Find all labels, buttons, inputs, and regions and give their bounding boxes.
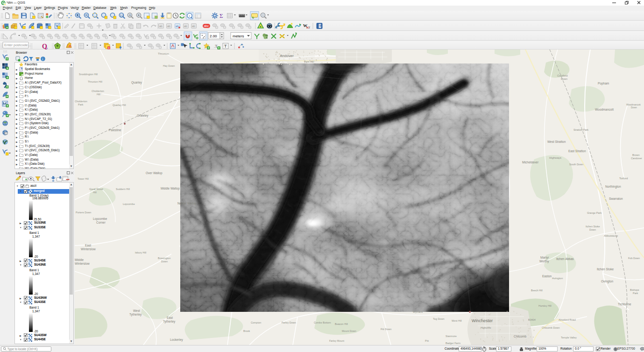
svg-text:Down: Down — [589, 228, 596, 231]
svg-text:Swarraton: Swarraton — [609, 197, 623, 200]
svg-text:Middle: Middle — [75, 258, 84, 261]
svg-text:B3404: B3404 — [528, 318, 536, 321]
svg-text:Farley Down: Farley Down — [282, 321, 296, 324]
svg-text:Itchen Abbas: Itchen Abbas — [556, 257, 574, 260]
svg-text:Highcliffe: Highcliffe — [481, 326, 491, 329]
svg-text:Winterslow: Winterslow — [75, 262, 90, 265]
svg-text:Teg Down: Teg Down — [433, 317, 444, 320]
svg-text:Hill: Hill — [93, 191, 97, 194]
svg-text:Avington: Avington — [552, 277, 563, 280]
svg-text:Great Wood: Great Wood — [89, 188, 103, 190]
svg-text:Hay Down: Hay Down — [163, 64, 175, 67]
svg-text:West: West — [133, 309, 140, 312]
svg-text:Down: Down — [161, 260, 168, 263]
svg-text:Stratton Park: Stratton Park — [573, 128, 588, 131]
svg-text:Woodmancott: Woodmancott — [595, 108, 614, 111]
svg-text:Winterslow: Winterslow — [81, 247, 96, 251]
svg-text:Lockerley: Lockerley — [170, 338, 184, 342]
svg-text:Winchester: Winchester — [472, 318, 493, 323]
svg-text:Bishops: Bishops — [630, 289, 639, 291]
svg-text:Candover: Candover — [631, 157, 642, 160]
svg-text:Cholderton: Cholderton — [92, 90, 104, 92]
svg-text:Corner: Corner — [96, 221, 106, 224]
svg-text:Park: Park — [78, 103, 84, 106]
svg-text:East: East — [167, 316, 173, 319]
svg-text:ab: ab — [159, 25, 163, 28]
svg-text:Thruxton: Thruxton — [158, 52, 169, 55]
svg-text:A: A — [129, 14, 131, 17]
svg-text:Suddern Hill: Suddern Hill — [116, 188, 130, 190]
svg-text:Hursley Hill: Hursley Hill — [538, 304, 552, 307]
svg-text:West Stratton: West Stratton — [547, 140, 566, 143]
svg-text:Snoddington Hill: Snoddington Hill — [79, 73, 98, 76]
svg-text:Middle Wallop: Middle Wallop — [161, 187, 180, 190]
svg-text:Brown: Brown — [632, 154, 640, 156]
svg-text:ab: ab — [184, 25, 187, 28]
svg-text:Compton: Compton — [251, 321, 261, 324]
svg-text:Hill: Hill — [97, 93, 100, 96]
svg-text:T: T — [309, 26, 311, 29]
svg-text:Wymans: Wymans — [413, 310, 423, 313]
svg-text:1:1: 1:1 — [120, 14, 124, 17]
svg-text:Itchen Stoke: Itchen Stoke — [586, 225, 600, 228]
svg-text:Easton: Easton — [542, 275, 552, 278]
svg-text:Over Wallop: Over Wallop — [146, 171, 163, 175]
svg-text:Martyr: Martyr — [540, 256, 549, 260]
svg-text:Beacon Hill: Beacon Hill — [335, 323, 348, 325]
svg-text:?: ? — [319, 24, 321, 28]
svg-text:Tower Hill: Tower Hill — [78, 177, 89, 180]
svg-text:ab: ab — [167, 25, 170, 28]
svg-text:Fob Down: Fob Down — [628, 257, 640, 260]
svg-text:Popham: Popham — [598, 82, 609, 85]
svg-text:Thruxton Hill: Thruxton Hill — [88, 80, 102, 83]
svg-text:Worthy: Worthy — [539, 260, 549, 263]
svg-text:Cholderton: Cholderton — [75, 100, 87, 103]
svg-text:Lopcombe: Lopcombe — [93, 217, 107, 221]
svg-text:Stanmore: Stanmore — [446, 335, 457, 338]
svg-text:East Stratton: East Stratton — [568, 149, 586, 153]
svg-text:Quarley: Quarley — [131, 81, 142, 84]
svg-text:Tichborne: Tichborne — [618, 303, 631, 306]
svg-text:i: i — [189, 14, 190, 18]
svg-text:Tytherley: Tytherley — [129, 313, 142, 317]
svg-text:Isbury Hill: Isbury Hill — [135, 251, 146, 254]
svg-text:Chilcomb: Chilcomb — [514, 335, 526, 338]
svg-text:Down: Down — [561, 77, 567, 80]
svg-text:Fitt Down: Fitt Down — [381, 328, 391, 331]
svg-text:Nether Wallop: Nether Wallop — [177, 202, 197, 205]
svg-text:Quarley Hill: Quarley Hill — [113, 104, 126, 106]
svg-text:South Down: South Down — [569, 163, 583, 166]
svg-text:Palestine: Palestine — [109, 128, 121, 132]
svg-text:Itchen Stoke: Itchen Stoke — [597, 268, 614, 271]
svg-text:Mount Down: Mount Down — [342, 330, 356, 332]
svg-text:Abbotstone: Abbotstone — [604, 234, 618, 237]
svg-text:Cockfield: Cockfield — [557, 74, 568, 77]
svg-text:Pitt: Pitt — [425, 339, 429, 342]
svg-text:Down: Down — [631, 106, 637, 109]
svg-text:meters: meters — [233, 34, 244, 38]
svg-text:Grateley: Grateley — [137, 114, 149, 118]
svg-text:Bossington: Bossington — [158, 257, 170, 260]
svg-text:Andover: Andover — [280, 54, 294, 58]
svg-text:Farley Mount: Farley Mount — [329, 339, 345, 342]
svg-text:Porters Down: Porters Down — [76, 211, 91, 214]
svg-text:2.00: 2.00 — [210, 34, 217, 38]
svg-text:Alresford Road: Alresford Road — [559, 318, 576, 321]
svg-text:u: u — [46, 47, 48, 49]
svg-text:Combe Bottom: Combe Bottom — [314, 321, 331, 324]
svg-text:Enter postcode...: Enter postcode... — [4, 43, 31, 47]
svg-text:Beech Hill: Beech Hill — [531, 289, 543, 292]
svg-text:Badger Farm: Badger Farm — [446, 342, 461, 345]
svg-text:Highways: Highways — [549, 156, 561, 159]
svg-text:Micheldever: Micheldever — [522, 161, 539, 164]
svg-text:Temple Valley: Temple Valley — [561, 336, 577, 339]
svg-text:Lopcombe: Lopcombe — [123, 203, 135, 205]
svg-text:Grange Park: Grange Park — [587, 211, 602, 214]
svg-text:Northington: Northington — [605, 185, 621, 189]
svg-text:Bere Hill: Bere Hill — [304, 60, 314, 63]
svg-text:ab: ab — [192, 25, 195, 28]
svg-text:Park: Park — [633, 292, 638, 295]
svg-text:T: T — [224, 44, 227, 49]
svg-text:Brook: Brook — [243, 330, 250, 332]
svg-text:Chilcomb Down: Chilcomb Down — [542, 326, 560, 329]
